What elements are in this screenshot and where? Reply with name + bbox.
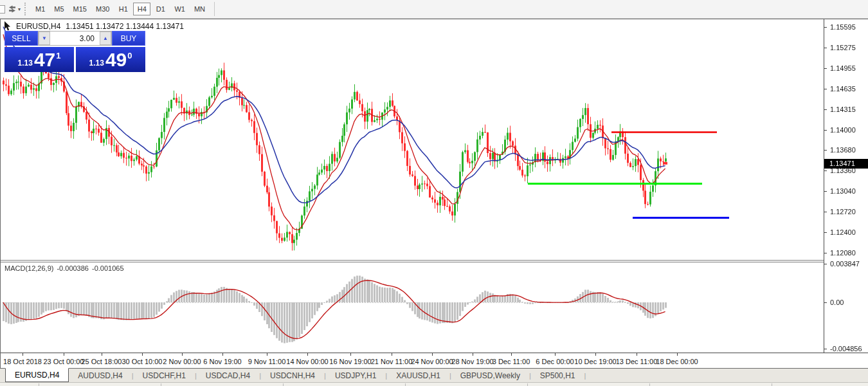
tab-separator: | [584, 369, 586, 382]
time-axis-label: 28 Nov 19:00 [451, 358, 493, 365]
symbol-tab-usdchf-h1[interactable]: USDCHF,H1 [134, 369, 195, 382]
symbol-tab-usdjpy-h1[interactable]: USDJPY,H1 [326, 369, 385, 382]
macd-indicator-label: MACD(12,26,9)-0.000386-0.001065 [5, 264, 127, 272]
price-axis-label: 1.14315 [830, 106, 856, 113]
price-axis-label: 1.14635 [830, 85, 856, 93]
time-axis-tick [511, 353, 512, 356]
price-axis-tick [824, 48, 827, 48]
timeframe-button-mn[interactable]: MN [190, 3, 209, 15]
time-axis-label: 18 Dec 00:00 [656, 358, 698, 365]
symbol-tab-audusd-h4[interactable]: AUDUSD,H4 [69, 369, 131, 382]
time-axis-tick [23, 353, 23, 356]
price-axis-label: 1.13680 [830, 146, 856, 154]
symbol-tab-eurusd-h4[interactable]: EURUSD,H4 [5, 368, 69, 382]
time-axis-tick [102, 353, 102, 356]
time-axis-label: 21 Nov 11:00 [371, 358, 413, 365]
price-axis-label: 1.12720 [830, 208, 856, 216]
toolbar-grip[interactable] [24, 3, 29, 15]
dropdown-caret-icon[interactable]: ▾ [18, 6, 21, 12]
volume-spinner: ▼ 3.00 ▲ [38, 31, 112, 46]
time-axis-tick [432, 353, 433, 356]
macd-chart-canvas[interactable] [2, 262, 824, 353]
symbol-tab-xauusd-h1[interactable]: XAUUSD,H1 [387, 369, 449, 382]
time-axis-tick [637, 353, 637, 356]
time-axis-tick [64, 353, 64, 356]
timeframe-button-h1[interactable]: H1 [114, 3, 132, 15]
price-axis-tick [824, 27, 827, 28]
price-axis-label: 1.13040 [830, 187, 856, 195]
time-axis-label: 13 Dec 11:00 [616, 358, 658, 365]
top-toolbar: ▾ M1M5M15M30H1H4D1W1MN [0, 0, 868, 19]
tile-windows-icon[interactable] [6, 4, 18, 14]
bid-price-display[interactable]: 1.13 47 1 [5, 47, 74, 72]
price-axis-label: 1.12080 [830, 249, 856, 257]
price-axis-label: 1.15275 [830, 44, 856, 51]
ask-price-display[interactable]: 1.13 49 0 [76, 47, 145, 72]
time-axis-tick [473, 353, 473, 356]
volume-decrease-button[interactable]: ▼ [39, 32, 50, 45]
time-axis-label: 3 Dec 11:00 [493, 358, 530, 365]
price-axis-tick [824, 68, 827, 69]
scrollbar-notch [161, 383, 161, 386]
time-axis-tick [222, 353, 223, 356]
price-axis-tick [824, 232, 827, 233]
time-axis-label: 14 Nov 00:00 [286, 358, 328, 365]
time-axis-label: 6 Nov 19:00 [203, 358, 241, 365]
scrollbar-notch [527, 383, 528, 386]
time-axis-label: 23 Oct 00:00 [44, 358, 84, 365]
symbol-tab-sp500-h1[interactable]: SP500,H1 [531, 369, 584, 382]
symbol-tab-usdcad-h4[interactable]: USDCAD,H4 [197, 369, 259, 382]
timeframe-button-d1[interactable]: D1 [152, 3, 169, 15]
time-axis-label: 30 Oct 10:00 [122, 358, 163, 365]
time-axis-tick [555, 353, 556, 356]
time-axis-label: 16 Nov 19:00 [329, 358, 371, 365]
timeframe-button-h4[interactable]: H4 [133, 3, 150, 15]
time-axis-label: 6 Dec 00:00 [536, 358, 574, 365]
price-axis-tick [824, 109, 827, 110]
chart-window-icon[interactable] [0, 5, 5, 14]
timeframe-button-m15[interactable]: M15 [69, 3, 91, 15]
price-axis-tick [824, 170, 827, 171]
price-axis-tick [824, 212, 827, 212]
time-axis-tick [182, 353, 183, 356]
volume-increase-button[interactable]: ▲ [100, 32, 111, 45]
timeframe-button-m5[interactable]: M5 [50, 3, 68, 15]
macd-axis-label: 0.003847 [830, 260, 860, 268]
time-axis-tick [350, 353, 351, 356]
timeframe-toolbar: M1M5M15M30H1H4D1W1MN [32, 3, 209, 15]
current-price-label: 1.13471 [824, 159, 868, 169]
time-axis-label: 25 Oct 18:00 [82, 358, 122, 365]
scrollbar-notch [283, 383, 284, 386]
macd-signal-value: -0.001065 [92, 264, 124, 272]
one-click-trading-panel: SELL ▼ 3.00 ▲ BUY 1.13 47 1 1.13 49 0 [5, 31, 145, 72]
volume-input[interactable]: 3.00 [50, 32, 100, 45]
macd-name: MACD(12,26,9) [5, 264, 53, 272]
time-axis-tick [307, 353, 308, 356]
time-axis[interactable]: 18 Oct 201823 Oct 00:0025 Oct 18:0030 Oc… [1, 353, 868, 369]
timeframe-button-w1[interactable]: W1 [170, 3, 189, 15]
symbol-tab-usdcnh-h4[interactable]: USDCNH,H4 [261, 369, 324, 382]
timeframe-button-m30[interactable]: M30 [92, 3, 113, 15]
chart-window: EURUSD,H41.13451 1.13472 1.13444 1.13471… [0, 19, 868, 368]
macd-axis-label: -0.004856 [830, 345, 862, 353]
price-axis[interactable]: 1.155951.152751.149551.146351.143151.140… [824, 19, 868, 353]
sell-button[interactable]: SELL [5, 31, 38, 46]
scrollbar-notch [772, 383, 772, 386]
time-axis-label: 2 Nov 00:00 [163, 358, 201, 365]
buy-button[interactable]: BUY [112, 31, 145, 46]
price-axis-tick [824, 191, 827, 192]
macd-axis-tick [824, 264, 827, 264]
time-axis-label: 10 Dec 19:00 [574, 358, 616, 365]
price-axis-tick [824, 253, 827, 253]
scrollbar-notch [405, 383, 406, 386]
price-axis-tick [824, 130, 827, 131]
bottom-scrollbar-strip[interactable] [0, 382, 868, 386]
symbol-tabs: EURUSD,H4AUDUSD,H4|USDCHF,H1|USDCAD,H4|U… [0, 368, 868, 382]
macd-axis-tick [824, 349, 827, 349]
macd-axis-tick [824, 302, 827, 303]
chart-title: EURUSD,H41.13451 1.13472 1.13444 1.13471 [16, 22, 184, 31]
timeframe-button-m1[interactable]: M1 [32, 3, 49, 15]
pane-splitter[interactable] [1, 260, 868, 262]
price-axis-label: 1.14000 [830, 126, 856, 134]
symbol-tab-gbpusd-weekly[interactable]: GBPUSD,Weekly [451, 369, 529, 382]
